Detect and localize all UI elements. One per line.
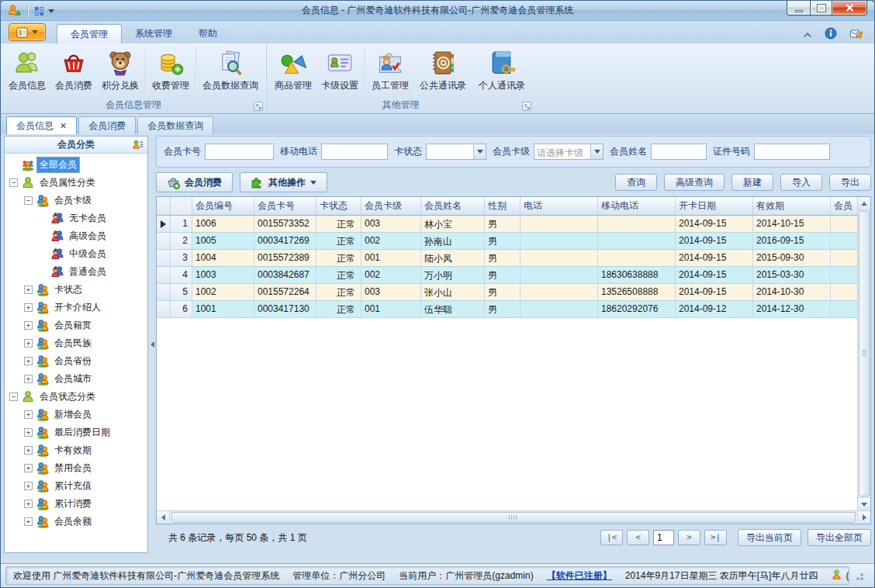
scroll-down-button[interactable] [858,497,870,510]
advanced-query-button[interactable]: 高级查询 [664,174,725,191]
ribbon-button-points-exchange[interactable]: 积分兑换 [97,46,144,94]
tree-node[interactable]: +会员城市 [5,370,147,388]
tree-node[interactable]: +最后消费日期 [5,424,147,441]
create-button[interactable]: 新建 [731,174,773,191]
horizontal-scroll-thumb[interactable] [171,512,856,523]
ribbon-button-card-level-settings[interactable]: 卡级设置 [316,46,363,94]
first-page-button[interactable]: |< [600,530,623,545]
splitter-handle[interactable] [148,136,156,553]
collapse-ribbon-icon[interactable] [803,29,812,40]
tree-node[interactable]: +会员籍贯 [5,316,147,334]
table-row[interactable]: 610010003417130正常001伍华聪男186202920762014-… [157,301,857,318]
column-header[interactable]: 电话 [521,197,598,216]
expand-toggle-icon[interactable]: + [24,285,33,294]
tree-node[interactable]: +新增会员 [5,406,147,424]
column-header[interactable]: 会员卡级 [361,197,421,216]
column-header[interactable]: 卡状态 [316,197,361,216]
column-header[interactable]: 移动电话 [598,197,676,216]
card-status-select[interactable] [426,144,486,160]
tree-node[interactable]: −会员卡级 [5,192,147,209]
tree-node[interactable]: +卡有效期 [5,441,147,459]
expand-toggle-icon[interactable]: + [24,410,33,419]
expand-toggle-icon[interactable]: + [24,321,33,330]
dialog-launcher-icon[interactable] [254,102,263,111]
scroll-right-button[interactable] [857,511,870,524]
column-header[interactable]: 有效期 [753,197,831,216]
column-header[interactable]: 开卡日期 [676,197,753,216]
close-tab-icon[interactable]: ✕ [60,122,67,130]
tree-node[interactable]: 高级会员 [5,227,147,245]
export-button[interactable]: 导出 [829,174,871,191]
member-consume-button[interactable]: 会员消费 [156,172,233,192]
prev-page-button[interactable]: < [627,530,649,545]
ribbon-button-member-info[interactable]: 会员信息 [4,46,50,94]
close-button[interactable] [832,1,867,16]
ribbon-button-member-data-query[interactable]: 会员数据查询 [198,46,263,94]
ribbon-button-member-consume[interactable]: 会员消费 [50,46,97,94]
tree-node[interactable]: +会员省份 [5,352,147,370]
column-header[interactable]: 会员姓名 [421,197,485,216]
ribbon-button-fee-management[interactable]: 收费管理 [147,46,194,94]
table-row[interactable]: 410030003842687正常002万小明男186306388882014-… [157,267,857,284]
column-header[interactable]: 会员卡号 [254,197,316,216]
license-link[interactable]: 【软件已注册】 [547,569,612,583]
doc-tab-member-data-query[interactable]: 会员数据查询 [137,116,213,134]
doc-tab-member-consume[interactable]: 会员消费 [78,116,136,134]
import-button[interactable]: 导入 [780,174,822,191]
column-header[interactable]: 性别 [485,197,521,216]
tree-node[interactable]: −会员属性分类 [5,174,147,192]
dialog-launcher-icon[interactable] [522,102,531,111]
horizontal-scrollbar[interactable] [157,510,870,524]
restore-button[interactable] [810,1,832,16]
last-page-button[interactable]: >| [704,530,727,545]
info-icon[interactable] [825,27,837,42]
dropdown-button[interactable] [473,144,486,159]
expand-toggle-icon[interactable]: + [24,517,33,526]
expand-toggle-icon[interactable]: + [24,375,33,383]
feedback-mail-icon[interactable] [849,27,863,42]
vertical-scroll-thumb[interactable] [859,211,870,496]
tree-node[interactable]: −会员状态分类 [5,388,147,406]
tree-node[interactable]: +会员余额 [5,513,147,531]
tree-config-icon[interactable] [132,139,144,156]
scroll-up-button[interactable] [858,197,870,210]
tree-node[interactable]: 全部会员 [5,156,147,174]
expand-toggle-icon[interactable]: + [24,464,33,472]
ribbon-button-public-contacts[interactable]: 公共通讯录 [413,46,472,94]
table-row[interactable]: 210050003417269正常002孙南山男2014-09-152016-0… [157,233,857,250]
tree-node[interactable]: 普通会员 [5,263,147,281]
other-operations-button[interactable]: 其他操作 [240,172,327,192]
column-header[interactable]: 会员编号 [192,197,254,216]
ribbon-button-product-management[interactable]: 商品管理 [270,46,316,94]
table-row[interactable]: 310040015572389正常001陆小凤男2014-09-152015-0… [157,250,857,267]
resize-grip[interactable] [854,571,863,580]
expand-toggle-icon[interactable]: − [24,196,33,205]
expand-toggle-icon[interactable]: + [24,446,33,455]
ribbon-tab-members[interactable]: 会员管理 [57,24,122,43]
scroll-left-button[interactable] [157,511,170,524]
expand-toggle-icon[interactable]: + [24,500,33,508]
table-row[interactable]: 510020015572264正常003张小山男135265088882014-… [157,284,857,301]
next-page-button[interactable]: > [678,530,700,545]
card-no-input[interactable] [205,144,274,160]
expand-toggle-icon[interactable]: + [24,303,33,312]
doc-tab-member-info[interactable]: 会员信息 ✕ [6,116,77,134]
tree-node[interactable]: +累计消费 [5,495,147,513]
online-user-icon[interactable] [831,569,842,583]
expand-toggle-icon[interactable]: − [9,393,18,401]
table-row[interactable]: 110060015573352正常003林小宝男2014-09-152014-1… [157,216,857,233]
tree-node[interactable]: +会员民族 [5,334,147,352]
ribbon-tab-system[interactable]: 系统管理 [122,24,185,43]
tree-node[interactable]: +累计充值 [5,477,147,495]
minimize-button[interactable] [787,1,810,16]
tree-node[interactable]: +开卡介绍人 [5,299,147,316]
tree-node[interactable]: 无卡会员 [5,209,147,227]
export-all-pages-button[interactable]: 导出全部页 [808,529,871,546]
expand-toggle-icon[interactable]: + [24,428,33,437]
vertical-scrollbar[interactable] [857,197,870,510]
member-name-input[interactable] [651,144,707,160]
expand-toggle-icon[interactable]: + [24,482,33,490]
expand-toggle-icon[interactable]: + [24,357,33,365]
dropdown-button[interactable] [590,144,603,159]
expand-toggle-icon[interactable]: + [24,339,33,348]
